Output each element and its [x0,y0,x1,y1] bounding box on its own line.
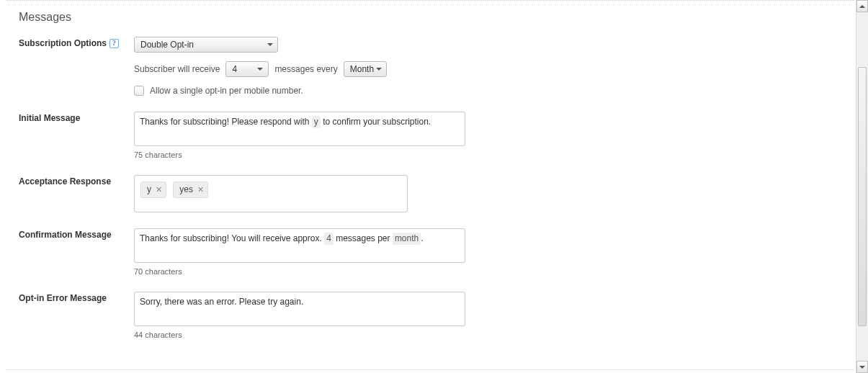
field-error-message: Sorry, there was an error. Please try ag… [134,292,841,339]
row-confirmation-message: Confirmation Message Thanks for subscrib… [19,228,841,276]
confirmation-text-after: . [421,233,423,243]
chevron-down-icon [257,68,263,71]
subscription-type-value: Double Opt-in [140,40,194,50]
label-confirmation-message: Confirmation Message [19,228,134,240]
initial-message-chip-y: y [312,116,321,128]
single-optin-row: Allow a single opt-in per mobile number. [134,86,841,96]
scroll-thumb[interactable] [858,67,867,326]
tag-yes-label: yes [179,184,193,196]
label-initial-message: Initial Message [19,112,134,123]
scroll-up-button[interactable] [856,0,868,12]
row-subscription-options: Subscription Options ? Double Opt-in Sub… [19,37,841,96]
error-message-char-count: 44 characters [134,331,841,339]
chevron-up-icon [859,5,865,8]
close-icon[interactable]: ✕ [156,186,162,194]
label-subscription-options: Subscription Options ? [19,37,134,48]
acceptance-tags-input[interactable]: y ✕ yes ✕ [134,175,408,212]
page-root: Messages Subscription Options ? Double O… [0,0,868,373]
messages-panel: Messages Subscription Options ? Double O… [6,0,854,370]
single-optin-checkbox[interactable] [134,86,144,96]
confirmation-text-before1: Thanks for subscribing! You will receive… [140,233,324,243]
help-icon[interactable]: ? [109,39,119,48]
label-error-message: Opt-in Error Message [19,292,134,303]
row-acceptance-response: Acceptance Response y ✕ yes ✕ [19,175,841,212]
frequency-count-value: 4 [232,64,237,74]
label-acceptance-response: Acceptance Response [19,175,134,186]
initial-message-textarea[interactable]: Thanks for subscribing! Please respond w… [134,112,465,146]
tag-y-label: y [147,184,151,196]
confirmation-message-textarea[interactable]: Thanks for subscribing! You will receive… [134,228,465,263]
confirmation-char-count: 70 characters [134,267,841,276]
frequency-row: Subscriber will receive 4 messages every… [134,61,841,77]
field-subscription-options: Double Opt-in Subscriber will receive 4 … [134,37,841,96]
initial-message-text-before: Thanks for subscribing! Please respond w… [140,117,312,127]
row-error-message: Opt-in Error Message Sorry, there was an… [19,292,841,339]
chevron-down-icon [859,366,865,369]
error-message-text: Sorry, there was an error. Please try ag… [140,297,303,307]
frequency-mid: messages every [274,64,337,74]
row-initial-message: Initial Message Thanks for subscribing! … [19,112,841,159]
frequency-prefix: Subscriber will receive [134,64,220,74]
single-optin-label: Allow a single opt-in per mobile number. [150,86,303,96]
field-confirmation-message: Thanks for subscribing! You will receive… [134,228,841,276]
confirmation-text-mid: messages per [334,233,393,243]
field-initial-message: Thanks for subscribing! Please respond w… [134,112,841,159]
label-subscription-options-text: Subscription Options [19,38,107,48]
confirmation-chip-count: 4 [324,233,334,245]
vertical-scrollbar[interactable] [856,0,868,373]
frequency-period-value: Month [350,64,374,74]
chevron-down-icon [376,68,382,71]
initial-message-char-count: 75 characters [134,150,841,159]
scroll-down-button[interactable] [856,361,868,373]
error-message-textarea[interactable]: Sorry, there was an error. Please try ag… [134,292,465,326]
section-title: Messages [19,11,841,24]
confirmation-chip-period: month [393,233,421,245]
scroll-track[interactable] [856,12,868,361]
initial-message-text-after: to confirm your subscription. [321,117,431,127]
tag-y: y ✕ [140,181,166,198]
subscription-type-dropdown[interactable]: Double Opt-in [134,37,278,53]
tag-yes: yes ✕ [173,181,208,198]
chevron-down-icon [267,43,273,46]
close-icon[interactable]: ✕ [197,186,204,194]
frequency-period-dropdown[interactable]: Month [344,61,387,77]
frequency-count-dropdown[interactable]: 4 [225,61,269,77]
field-acceptance-response: y ✕ yes ✕ [134,175,841,212]
